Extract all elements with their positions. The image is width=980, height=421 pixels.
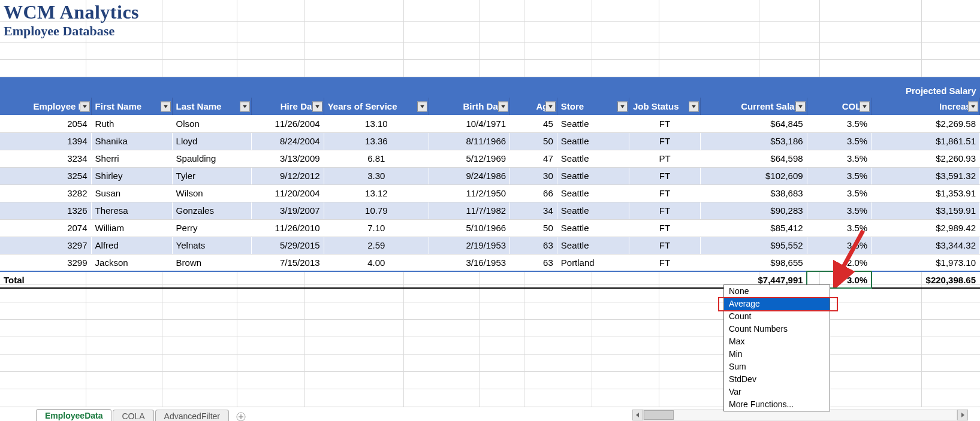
dropdown-item-average[interactable]: Average (724, 298, 830, 310)
table-row[interactable]: 1326TheresaGonzales3/19/200710.7911/7/19… (0, 202, 980, 219)
cell[interactable]: 9/12/2012 (252, 167, 324, 184)
cell[interactable]: 3.5% (807, 167, 872, 184)
total-cell[interactable] (557, 271, 629, 288)
total-increase[interactable]: $220,398.65 (872, 271, 980, 288)
cell[interactable]: 11/20/2004 (252, 184, 324, 202)
cell[interactable]: $98,655 (701, 254, 807, 271)
col-header-last-name[interactable]: Last Name (172, 98, 252, 115)
cell[interactable]: 3.5% (807, 150, 872, 167)
cell[interactable]: 3.5% (807, 202, 872, 219)
cell[interactable]: FT (629, 184, 700, 202)
cell[interactable]: 3.5% (807, 219, 872, 237)
table-row[interactable]: 3254ShirleyTyler9/12/20123.309/24/198630… (0, 167, 980, 184)
col-header-cola[interactable]: COLA (807, 98, 872, 115)
cell[interactable]: 2.59 (324, 237, 429, 254)
total-cell[interactable] (324, 271, 429, 288)
cell[interactable]: William (91, 219, 172, 237)
scroll-left-button[interactable] (632, 410, 643, 420)
cell[interactable]: 13.10 (324, 115, 429, 132)
cell[interactable]: 3.5% (807, 132, 872, 150)
cell[interactable]: 8/11/1966 (429, 132, 510, 150)
cell[interactable]: 2054 (0, 115, 91, 132)
cell[interactable]: Seattle (557, 115, 629, 132)
cell[interactable]: 13.36 (324, 132, 429, 150)
cell[interactable]: 3234 (0, 150, 91, 167)
cell[interactable]: 6.81 (324, 150, 429, 167)
cell[interactable]: 3254 (0, 167, 91, 184)
scroll-right-button[interactable] (957, 410, 968, 420)
new-sheet-button[interactable] (236, 412, 246, 421)
cell[interactable]: 11/2/1950 (429, 184, 510, 202)
total-cell[interactable] (91, 271, 172, 288)
scrollbar-thumb[interactable] (644, 410, 674, 420)
cell[interactable]: 2074 (0, 219, 91, 237)
cell[interactable]: 2/19/1953 (429, 237, 510, 254)
cell[interactable]: 3299 (0, 254, 91, 271)
cell[interactable]: Sherri (91, 150, 172, 167)
col-header-current-salary[interactable]: Current Salary (701, 98, 807, 115)
cell[interactable]: 11/26/2010 (252, 219, 324, 237)
dropdown-item-count[interactable]: Count (724, 310, 830, 323)
cell[interactable]: $90,283 (701, 202, 807, 219)
cell[interactable]: Seattle (557, 219, 629, 237)
cell[interactable]: FT (629, 115, 700, 132)
filter-dropdown-button[interactable] (545, 101, 556, 111)
cell[interactable]: 66 (510, 184, 557, 202)
col-header-store[interactable]: Store (557, 98, 629, 115)
cell[interactable]: $102,609 (701, 167, 807, 184)
cell[interactable]: 13.12 (324, 184, 429, 202)
cell[interactable]: 34 (510, 202, 557, 219)
cell[interactable]: 7/15/2013 (252, 254, 324, 271)
cell[interactable]: 3/16/1953 (429, 254, 510, 271)
cell[interactable]: 8/24/2004 (252, 132, 324, 150)
filter-dropdown-button[interactable] (498, 101, 508, 111)
cell[interactable]: 47 (510, 150, 557, 167)
dropdown-item-stddev[interactable]: StdDev (724, 373, 830, 386)
col-header-job-status[interactable]: Job Status (629, 98, 700, 115)
cell[interactable]: FT (629, 132, 700, 150)
cell[interactable]: Seattle (557, 150, 629, 167)
cell[interactable]: 5/29/2015 (252, 237, 324, 254)
table-row[interactable]: 2054RuthOlson11/26/200413.1010/4/197145S… (0, 115, 980, 132)
filter-dropdown-button[interactable] (795, 101, 806, 111)
cell[interactable]: 11/7/1982 (429, 202, 510, 219)
cell[interactable]: Tyler (172, 167, 252, 184)
dropdown-item-max[interactable]: Max (724, 335, 830, 348)
aggregate-function-dropdown[interactable]: NoneAverageCountCount NumbersMaxMinSumSt… (723, 284, 830, 411)
cell[interactable]: Shanika (91, 132, 172, 150)
filter-dropdown-button[interactable] (417, 101, 427, 111)
sheet-tab-cola[interactable]: COLA (113, 410, 153, 421)
col-header-age[interactable]: Age (510, 98, 557, 115)
cell[interactable]: Seattle (557, 184, 629, 202)
table-row[interactable]: 3282SusanWilson11/20/200413.1211/2/19506… (0, 184, 980, 202)
cell[interactable]: Seattle (557, 237, 629, 254)
cell[interactable]: Gonzales (172, 202, 252, 219)
cell[interactable]: FT (629, 237, 700, 254)
table-row[interactable]: 3299JacksonBrown7/15/20134.003/16/195363… (0, 254, 980, 271)
cell[interactable]: FT (629, 167, 700, 184)
cell[interactable]: Susan (91, 184, 172, 202)
cell[interactable]: Seattle (557, 132, 629, 150)
cell[interactable]: Theresa (91, 202, 172, 219)
cell[interactable]: FT (629, 219, 700, 237)
cell[interactable]: $95,552 (701, 237, 807, 254)
cell[interactable]: 3/19/2007 (252, 202, 324, 219)
cell[interactable]: Ruth (91, 115, 172, 132)
filter-dropdown-button[interactable] (312, 101, 322, 111)
cell[interactable]: 30 (510, 167, 557, 184)
cell[interactable]: Olson (172, 115, 252, 132)
col-header-projected-salary-increase[interactable]: Increase (872, 98, 980, 115)
cell[interactable]: Yelnats (172, 237, 252, 254)
cell[interactable]: 11/26/2004 (252, 115, 324, 132)
sheet-tab-advancedfilter[interactable]: AdvancedFilter (155, 410, 229, 421)
cell[interactable]: Portland (557, 254, 629, 271)
cell[interactable]: PT (629, 150, 700, 167)
cell[interactable]: 1394 (0, 132, 91, 150)
cell[interactable]: Wilson (172, 184, 252, 202)
cell[interactable]: 1326 (0, 202, 91, 219)
cell[interactable]: Seattle (557, 167, 629, 184)
cell[interactable]: 10.79 (324, 202, 429, 219)
cell[interactable]: Seattle (557, 202, 629, 219)
col-header-hire-date[interactable]: Hire Date (252, 98, 324, 115)
cell[interactable]: 45 (510, 115, 557, 132)
